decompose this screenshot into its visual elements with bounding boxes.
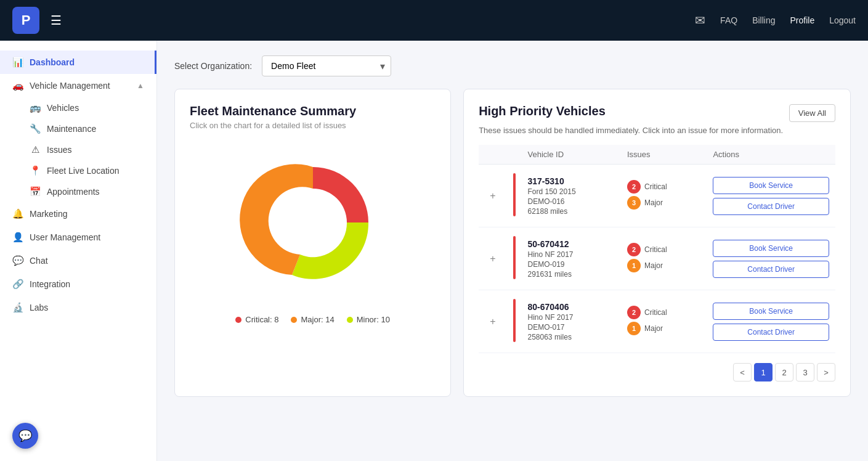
pagination-page-1[interactable]: 1 — [754, 363, 773, 381]
book-service-button-1[interactable]: Book Service — [713, 177, 829, 194]
sidebar-item-dashboard[interactable]: 📊 Dashboard — [0, 51, 156, 74]
sidebar-label-labs: Labs — [30, 303, 144, 312]
expand-button-3[interactable]: + — [485, 314, 500, 330]
labs-icon: 🔬 — [12, 302, 23, 313]
sidebar-item-issues[interactable]: ⚠ Issues — [30, 139, 156, 160]
view-all-button[interactable]: View All — [789, 104, 835, 122]
chat-icon: 💬 — [12, 255, 23, 266]
app-logo: P — [12, 7, 39, 34]
donut-chart-wrap[interactable] — [190, 142, 436, 303]
sidebar-label-dashboard: Dashboard — [30, 57, 142, 67]
critical-label-1: Critical — [644, 182, 667, 191]
table-row: + 50-670412 Hino NF 2017 DEMO-019 291631… — [479, 227, 835, 290]
critical-label-2: Critical — [644, 245, 667, 254]
org-select-dropdown[interactable]: Demo Fleet Fleet A Fleet B — [262, 55, 391, 76]
sidebar-item-integration[interactable]: 🔗 Integration — [0, 272, 156, 296]
chat-bubble[interactable]: 💬 — [12, 423, 38, 449]
vehicle-model-3: Hino NF 2017 — [528, 313, 615, 322]
issue-major-2: 1 Major — [627, 259, 700, 272]
org-dropdown-wrap: Demo Fleet Fleet A Fleet B — [262, 55, 391, 76]
issue-critical-3: 2 Critical — [627, 306, 700, 319]
maintenance-icon: 🔧 — [30, 123, 41, 134]
sidebar-item-user-management[interactable]: 👤 User Management — [0, 226, 156, 249]
contact-driver-button-3[interactable]: Contact Driver — [713, 324, 829, 341]
org-select-label: Select Organization: — [174, 61, 252, 71]
legend-critical: Critical: 8 — [235, 315, 278, 324]
issues-icon: ⚠ — [30, 144, 41, 155]
actions-cell-3: Book Service Contact Driver — [707, 290, 835, 353]
vehicle-info-1: 317-5310 Ford 150 2015 DEMO-016 62188 mi… — [522, 165, 621, 227]
issue-critical-2: 2 Critical — [627, 243, 700, 256]
contact-driver-button-2[interactable]: Contact Driver — [713, 261, 829, 278]
legend-minor-label: Minor: 10 — [357, 315, 390, 324]
nav-faq[interactable]: FAQ — [720, 15, 737, 25]
legend-minor-dot — [347, 317, 353, 323]
sidebar-item-vehicles[interactable]: 🚌 Vehicles — [30, 97, 156, 118]
book-service-button-3[interactable]: Book Service — [713, 303, 829, 320]
priority-title: High Priority Vehicles — [479, 104, 606, 118]
sidebar-label-chat: Chat — [30, 256, 144, 266]
user-management-icon: 👤 — [12, 232, 23, 243]
col-vehicle-id: Vehicle ID — [522, 145, 621, 165]
sidebar-item-marketing[interactable]: 🔔 Marketing — [0, 202, 156, 226]
issue-major-3: 1 Major — [627, 322, 700, 335]
vehicle-id-3: 80-670406 — [528, 302, 615, 312]
sidebar-item-fleet-live-location[interactable]: 📍 Fleet Live Location — [30, 160, 156, 181]
vehicle-demo-1: DEMO-016 — [528, 197, 615, 206]
sidebar-label-issues: Issues — [47, 145, 144, 155]
dashboard-icon: 📊 — [12, 57, 23, 68]
vehicle-model-2: Hino NF 2017 — [528, 250, 615, 259]
action-buttons-2: Book Service Contact Driver — [713, 240, 829, 278]
critical-badge-3: 2 — [627, 306, 641, 319]
book-service-button-2[interactable]: Book Service — [713, 240, 829, 257]
contact-driver-button-1[interactable]: Contact Driver — [713, 198, 829, 215]
chevron-up-icon: ▲ — [137, 81, 144, 90]
appointments-icon: 📅 — [30, 186, 41, 197]
legend-critical-label: Critical: 8 — [245, 315, 278, 324]
donut-chart[interactable] — [233, 142, 393, 303]
dashboard-grid: Fleet Maintenance Summary Click on the c… — [174, 89, 851, 397]
main-content: Select Organization: Demo Fleet Fleet A … — [157, 41, 868, 461]
sidebar-item-vehicle-management[interactable]: 🚗 Vehicle Management ▲ — [0, 74, 156, 97]
expand-button-1[interactable]: + — [485, 188, 500, 204]
legend-major-label: Major: 14 — [301, 315, 334, 324]
maintenance-summary-title: Fleet Maintenance Summary — [190, 104, 436, 118]
sidebar-item-chat[interactable]: 💬 Chat — [0, 249, 156, 272]
sidebar-label-maintenance: Maintenance — [47, 124, 144, 134]
issues-cell-2: 2 Critical 1 Major — [621, 227, 707, 290]
sidebar-label-marketing: Marketing — [30, 209, 144, 219]
priority-description: These issues should be handled immediate… — [479, 126, 835, 135]
sidebar-item-labs[interactable]: 🔬 Labs — [0, 296, 156, 319]
col-issues: Issues — [621, 145, 707, 165]
table-body: + 317-5310 Ford 150 2015 DEMO-016 62188 … — [479, 165, 835, 353]
major-label-3: Major — [644, 324, 663, 333]
nav-billing[interactable]: Billing — [752, 15, 775, 25]
integration-icon: 🔗 — [12, 279, 23, 290]
sidebar-label-appointments: Appointments — [47, 187, 144, 197]
expand-button-2[interactable]: + — [485, 251, 500, 267]
major-badge-3: 1 — [627, 322, 641, 335]
high-priority-table: Vehicle ID Issues Actions + — [479, 145, 835, 353]
pagination-page-3[interactable]: 3 — [796, 363, 814, 381]
maintenance-summary-subtitle: Click on the chart for a detailed list o… — [190, 121, 436, 130]
col-bar — [507, 145, 522, 165]
table-row: + 317-5310 Ford 150 2015 DEMO-016 62188 … — [479, 165, 835, 227]
critical-badge-1: 2 — [627, 180, 641, 194]
vehicle-info-2: 50-670412 Hino NF 2017 DEMO-019 291631 m… — [522, 227, 621, 290]
mail-icon[interactable]: ✉ — [695, 13, 705, 28]
nav-logout[interactable]: Logout — [829, 15, 856, 25]
table-header: Vehicle ID Issues Actions — [479, 145, 835, 165]
main-layout: 📊 Dashboard 🚗 Vehicle Management ▲ 🚌 Veh… — [0, 41, 868, 461]
major-label-1: Major — [644, 198, 663, 207]
sidebar-item-appointments[interactable]: 📅 Appointments — [30, 181, 156, 202]
critical-label-3: Critical — [644, 308, 667, 317]
priority-bar-2 — [513, 236, 516, 279]
pagination-page-2[interactable]: 2 — [775, 363, 793, 381]
nav-profile[interactable]: Profile — [790, 15, 814, 25]
hamburger-menu[interactable]: ☰ — [51, 13, 62, 28]
sidebar-item-maintenance[interactable]: 🔧 Maintenance — [30, 118, 156, 139]
pagination-next[interactable]: > — [817, 363, 835, 381]
donut-center — [281, 190, 345, 255]
col-expand — [479, 145, 506, 165]
pagination-prev[interactable]: < — [733, 363, 752, 381]
